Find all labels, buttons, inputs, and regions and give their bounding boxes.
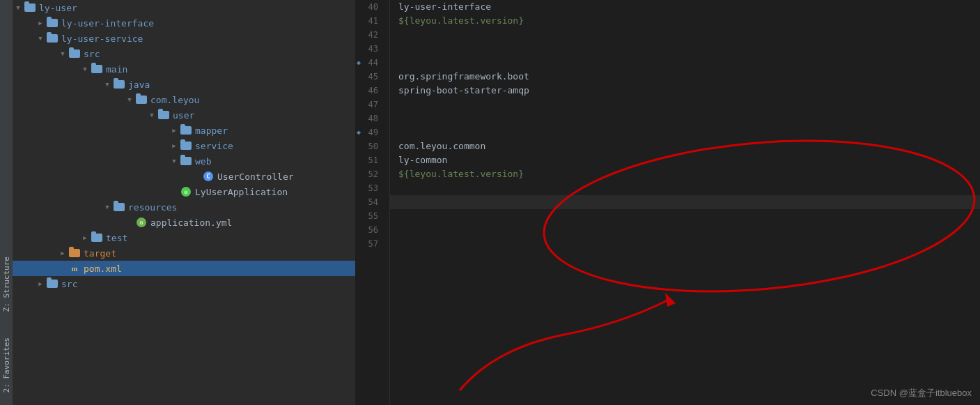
- code-content: ly-user-interface ${leyou.latest.version…: [390, 0, 980, 405]
- tree-arrow-open: [102, 79, 113, 90]
- tree-label: UserController: [217, 171, 294, 182]
- tree-item-pom.xml[interactable]: mpom.xml: [13, 261, 355, 276]
- tree-arrow-open: [102, 201, 113, 213]
- code-line-43: [390, 42, 980, 56]
- folder-icon: [46, 17, 59, 29]
- file-tree: ly-userly-user-interfacely-user-services…: [13, 0, 355, 405]
- code-line-44: [390, 56, 980, 70]
- tree-item-ly-user-service[interactable]: ly-user-service: [13, 31, 355, 46]
- tree-item-UserController[interactable]: CUserController: [13, 169, 355, 184]
- tree-item-application.yml[interactable]: ⚙application.yml: [13, 215, 355, 230]
- tree-item-java[interactable]: java: [13, 77, 355, 92]
- folder-icon: [157, 109, 170, 121]
- tree-arrow-open: [169, 155, 180, 167]
- bookmark-icon: ◈: [357, 125, 361, 139]
- folder-icon: [91, 232, 103, 243]
- line-number-51: 51: [355, 153, 384, 167]
- yaml-icon: ⚙: [135, 217, 148, 228]
- tree-label: com.leyou: [150, 95, 199, 105]
- tree-item-test[interactable]: test: [13, 230, 355, 245]
- code-line-41: ${leyou.latest.version}: [390, 14, 980, 28]
- tree-arrow-closed: [169, 140, 180, 151]
- line-number-52: 52: [355, 167, 384, 181]
- tree-item-resources[interactable]: resources: [13, 199, 355, 215]
- tree-label: target: [84, 248, 116, 259]
- tree-item-src2[interactable]: src: [13, 276, 355, 291]
- folder-icon: [46, 278, 59, 289]
- tree-item-ly-user-interface[interactable]: ly-user-interface: [13, 15, 355, 31]
- code-line-52: ${leyou.latest.version}: [390, 167, 980, 181]
- tree-label: application.yml: [150, 217, 232, 228]
- folder-icon: [68, 247, 81, 259]
- tree-item-target[interactable]: target: [13, 245, 355, 261]
- tree-item-ly-user[interactable]: ly-user: [13, 0, 355, 15]
- code-line-42: [390, 28, 980, 42]
- tree-label: resources: [128, 202, 177, 213]
- line-number-45: 45: [355, 70, 384, 84]
- folder-icon: [180, 155, 192, 167]
- tree-label: test: [106, 233, 127, 243]
- tree-item-main[interactable]: main: [13, 61, 355, 77]
- line-number-47: 47: [355, 98, 384, 112]
- tree-arrow-closed: [57, 247, 68, 259]
- tree-item-src[interactable]: src: [13, 46, 355, 61]
- code-line-48: [390, 112, 980, 125]
- tree-arrow-closed: [79, 232, 91, 243]
- line-number-42: 42: [355, 28, 384, 42]
- tree-arrow-open: [146, 109, 157, 121]
- line-number-49: ◈49: [355, 125, 384, 139]
- tree-item-com.leyou[interactable]: com.leyou: [13, 92, 355, 107]
- watermark-text: CSDN @蓝盒子itbluebox: [871, 388, 972, 398]
- line-number-46: 46: [355, 84, 384, 98]
- tree-label: ly-user-service: [61, 33, 143, 44]
- tree-item-LyUserApplication[interactable]: ◎LyUserApplication: [13, 184, 355, 199]
- line-number-53: 53: [355, 181, 384, 195]
- line-number-56: 56: [355, 223, 384, 237]
- tree-label: web: [195, 156, 211, 167]
- code-line-40: ly-user-interface: [390, 0, 980, 14]
- tree-arrow-leaf: [124, 217, 135, 228]
- code-line-57: [390, 237, 980, 251]
- line-number-54: 54: [355, 195, 384, 209]
- code-line-45: org.springframework.boot: [390, 70, 980, 84]
- tree-item-mapper[interactable]: mapper: [13, 123, 355, 138]
- tree-arrow-open: [79, 63, 91, 75]
- xml-icon: m: [68, 263, 81, 274]
- watermark: CSDN @蓝盒子itbluebox: [871, 387, 972, 399]
- tree-label: service: [195, 141, 233, 151]
- left-tab-bar: Z: Structure 2: Favorites: [0, 0, 13, 405]
- line-number-40: 40: [355, 0, 384, 14]
- tree-label: src: [61, 279, 77, 289]
- line-number-41: 41: [355, 14, 384, 28]
- folder-icon: [135, 94, 148, 105]
- code-panel: 40414243◈4445464748◈495051525354555657 l…: [355, 0, 980, 405]
- tree-item-web[interactable]: web: [13, 153, 355, 169]
- folder-icon: [180, 140, 192, 151]
- structure-tab[interactable]: Z: Structure: [0, 251, 13, 317]
- tree-label: ly-user-interface: [61, 18, 154, 29]
- code-line-56: [390, 223, 980, 237]
- line-number-55: 55: [355, 209, 384, 223]
- folder-icon: [68, 48, 81, 59]
- folder-icon: [91, 63, 103, 75]
- line-number-44: ◈44: [355, 56, 384, 70]
- tree-arrow-open: [124, 94, 135, 105]
- tree-item-service[interactable]: service: [13, 138, 355, 153]
- tree-label: LyUserApplication: [195, 187, 288, 197]
- line-number-48: 48: [355, 112, 384, 125]
- tree-arrow-closed: [169, 125, 180, 136]
- code-line-53: [390, 181, 980, 195]
- folder-icon: [46, 33, 59, 44]
- folder-icon: [180, 125, 192, 136]
- line-number-57: 57: [355, 237, 384, 251]
- folder-icon: [113, 201, 125, 213]
- tree-arrow-open: [57, 48, 68, 59]
- tree-label: main: [106, 64, 127, 75]
- tree-label: java: [128, 79, 150, 90]
- java-class-icon: C: [202, 171, 215, 182]
- tree-arrow-closed: [35, 17, 46, 29]
- tree-arrow-closed: [35, 278, 46, 289]
- tree-arrow-open: [35, 33, 46, 44]
- tree-item-user[interactable]: user: [13, 107, 355, 123]
- favorites-tab[interactable]: 2: Favorites: [0, 332, 13, 398]
